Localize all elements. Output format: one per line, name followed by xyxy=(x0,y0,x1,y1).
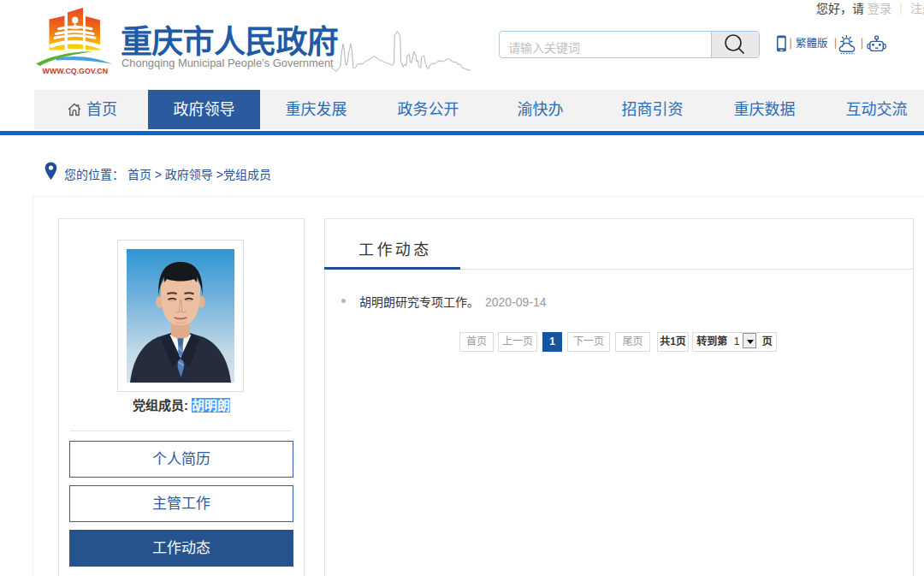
svg-text:WWW.CQ.GOV.CN: WWW.CQ.GOV.CN xyxy=(43,67,108,75)
svg-text:繁體版: 繁體版 xyxy=(796,37,828,50)
